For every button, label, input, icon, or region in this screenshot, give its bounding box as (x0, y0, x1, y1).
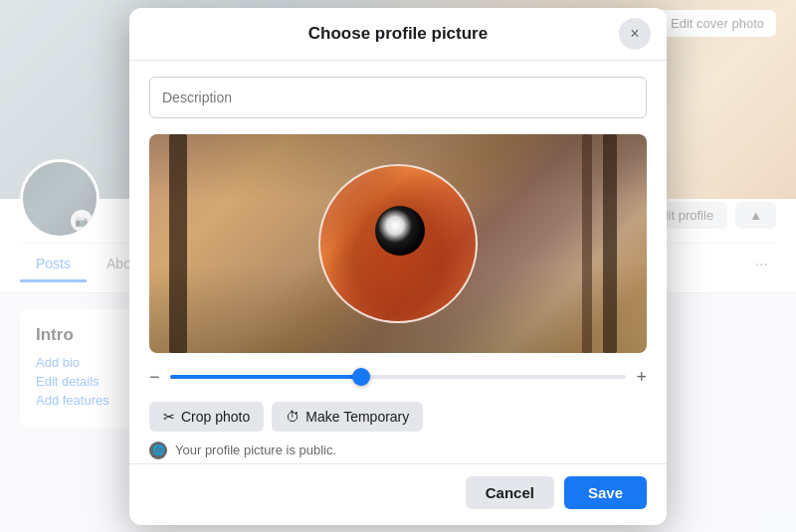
crop-photo-label: Crop photo (181, 409, 250, 425)
slider-thumb[interactable] (352, 368, 370, 386)
modal-overlay: Choose profile picture × (0, 0, 796, 532)
slider-fill (170, 375, 362, 379)
crop-icon: ✂ (163, 409, 175, 425)
zoom-slider-area: − + (149, 367, 647, 388)
zoom-slider-track[interactable] (170, 375, 627, 379)
modal-body: − + ✂ Crop photo ⏱ Make Temporary (129, 61, 667, 463)
monster-eye (375, 206, 425, 256)
modal-footer: Cancel Save (129, 463, 667, 525)
profile-picture-modal: Choose profile picture × (129, 8, 667, 525)
tree-right (603, 134, 617, 353)
make-temporary-label: Make Temporary (305, 409, 409, 425)
crop-circle[interactable] (318, 164, 478, 323)
public-notice: 🌐 Your profile picture is public. (149, 442, 647, 459)
tree-left (169, 134, 187, 353)
modal-title: Choose profile picture (308, 24, 488, 44)
action-row: ✂ Crop photo ⏱ Make Temporary (149, 402, 647, 432)
photo-preview-area (149, 134, 647, 353)
modal-header: Choose profile picture × (129, 8, 667, 61)
zoom-in-button[interactable]: + (636, 367, 647, 388)
close-icon: × (630, 25, 639, 43)
save-button[interactable]: Save (564, 476, 647, 509)
zoom-out-button[interactable]: − (149, 367, 160, 388)
make-temporary-button[interactable]: ⏱ Make Temporary (272, 402, 423, 432)
public-notice-text: Your profile picture is public. (175, 443, 336, 457)
description-input[interactable] (149, 77, 647, 118)
crop-photo-button[interactable]: ✂ Crop photo (149, 402, 264, 432)
public-icon: 🌐 (149, 442, 167, 459)
modal-close-button[interactable]: × (619, 18, 651, 50)
cancel-button[interactable]: Cancel (466, 476, 554, 509)
tree-right2 (582, 134, 592, 353)
clock-icon: ⏱ (286, 409, 299, 425)
